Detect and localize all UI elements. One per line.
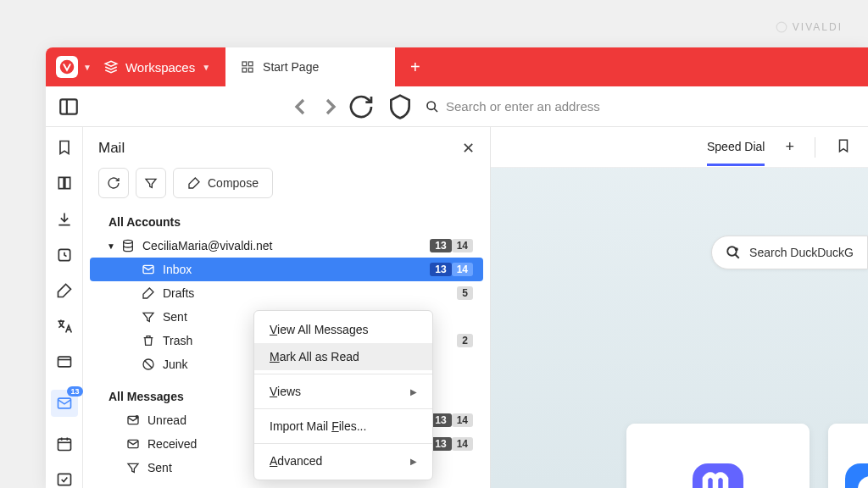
address-bar[interactable]: Search or enter an address — [422, 99, 856, 114]
svg-point-1 — [60, 60, 75, 75]
svg-rect-3 — [248, 62, 253, 66]
drafts-folder[interactable]: Drafts 5 — [90, 281, 483, 305]
svg-rect-14 — [58, 439, 70, 450]
svg-rect-6 — [60, 99, 77, 114]
svg-rect-2 — [242, 62, 247, 66]
history-panel-icon[interactable] — [55, 247, 74, 263]
titlebar: ▼ Workspaces ▼ Start Page + — [46, 47, 868, 86]
window-panel-icon[interactable] — [55, 353, 74, 370]
close-panel-button[interactable]: ✕ — [462, 139, 475, 158]
svg-point-28 — [736, 248, 737, 250]
inbox-folder[interactable]: Inbox 1314 — [90, 258, 483, 281]
bookmarks-panel-icon[interactable] — [55, 139, 74, 156]
translate-panel-icon[interactable] — [55, 318, 74, 335]
sent-icon — [125, 460, 141, 475]
ctx-views-submenu[interactable]: Views▶ — [254, 378, 432, 405]
svg-line-22 — [145, 361, 152, 368]
ctx-advanced-submenu[interactable]: Advanced▶ — [254, 447, 432, 474]
speed-dial-tab[interactable]: Speed Dial — [707, 140, 765, 166]
svg-rect-4 — [242, 68, 247, 72]
svg-rect-18 — [58, 474, 70, 485]
calendar-panel-icon[interactable] — [55, 435, 74, 452]
search-icon — [726, 245, 741, 260]
bookmarks-tab-icon[interactable] — [836, 138, 851, 157]
svg-point-24 — [136, 416, 138, 419]
panel-toggle-button[interactable] — [58, 96, 80, 118]
ctx-mark-all-as-read[interactable]: Mark All as Read — [254, 343, 432, 370]
reading-list-panel-icon[interactable] — [55, 175, 74, 191]
vivaldi-icon — [828, 424, 868, 488]
vivaldi-menu-chevron-icon[interactable]: ▼ — [83, 63, 92, 72]
browser-window: ▼ Workspaces ▼ Start Page + S — [46, 47, 868, 488]
chevron-right-icon: ▶ — [410, 457, 417, 466]
start-page: Speed Dial + Search DuckDuckG Vivaldi So… — [490, 127, 868, 488]
reload-button[interactable] — [348, 93, 375, 120]
notes-panel-icon[interactable] — [55, 282, 74, 299]
received-icon — [125, 436, 141, 452]
chevron-right-icon: ▶ — [410, 387, 417, 396]
back-button[interactable] — [287, 93, 314, 120]
mail-badge: 13 — [67, 386, 82, 396]
mail-panel-icon[interactable]: 13 — [51, 390, 78, 417]
account-row[interactable]: ▼ CeciliaMaria@vivaldi.net 1314 — [90, 234, 483, 258]
svg-point-26 — [727, 247, 737, 256]
svg-line-27 — [735, 254, 739, 258]
caret-down-icon: ▼ — [107, 241, 115, 251]
mail-filter-button[interactable] — [136, 168, 166, 198]
ctx-view-all-messages[interactable]: View All Messages — [254, 316, 432, 343]
workspaces-button[interactable]: Workspaces ▼ — [103, 59, 210, 75]
all-accounts-header: All Accounts — [90, 210, 483, 234]
downloads-panel-icon[interactable] — [55, 210, 74, 227]
add-speed-dial-button[interactable]: + — [785, 138, 794, 156]
ctx-import-mail-files[interactable]: Import Mail Files... — [254, 413, 432, 440]
inbox-icon — [141, 262, 156, 277]
svg-rect-5 — [248, 68, 253, 72]
svg-point-19 — [124, 240, 133, 243]
svg-rect-11 — [58, 358, 70, 368]
address-placeholder: Search or enter an address — [446, 99, 600, 114]
start-page-tabs: Speed Dial + — [491, 127, 868, 168]
svg-point-8 — [427, 102, 435, 109]
tasks-panel-icon[interactable] — [55, 471, 74, 488]
tab-start-page[interactable]: Start Page — [225, 47, 395, 86]
compose-button[interactable]: Compose — [173, 168, 273, 198]
sent-icon — [141, 309, 156, 324]
inbox-context-menu: View All Messages Mark All as Read Views… — [253, 310, 433, 480]
search-field[interactable]: Search DuckDuckG — [711, 236, 868, 269]
speed-dial-card-vivaldi[interactable]: Vivaldi — [828, 424, 868, 488]
unread-icon — [125, 413, 141, 428]
toolbar: Search or enter an address — [46, 86, 868, 127]
brand-watermark: VIVALDI — [776, 21, 843, 33]
junk-icon — [141, 357, 156, 372]
svg-point-0 — [776, 22, 787, 32]
drafts-icon — [141, 286, 156, 301]
mail-refresh-button[interactable] — [98, 168, 129, 198]
side-rail: 13 — [46, 127, 83, 488]
database-icon — [120, 238, 136, 253]
speed-dial-card-vivaldi-social[interactable]: Vivaldi Social — [626, 424, 810, 488]
forward-button[interactable] — [317, 93, 344, 120]
new-tab-button[interactable]: + — [395, 58, 436, 77]
shield-icon[interactable] — [387, 93, 414, 120]
trash-icon — [141, 333, 156, 348]
vivaldi-menu-button[interactable] — [56, 56, 78, 78]
mastodon-icon — [626, 424, 810, 488]
chevron-down-icon: ▼ — [202, 63, 210, 72]
mail-panel-title: Mail — [98, 140, 462, 157]
search-icon — [426, 100, 439, 114]
svg-line-9 — [434, 108, 437, 112]
